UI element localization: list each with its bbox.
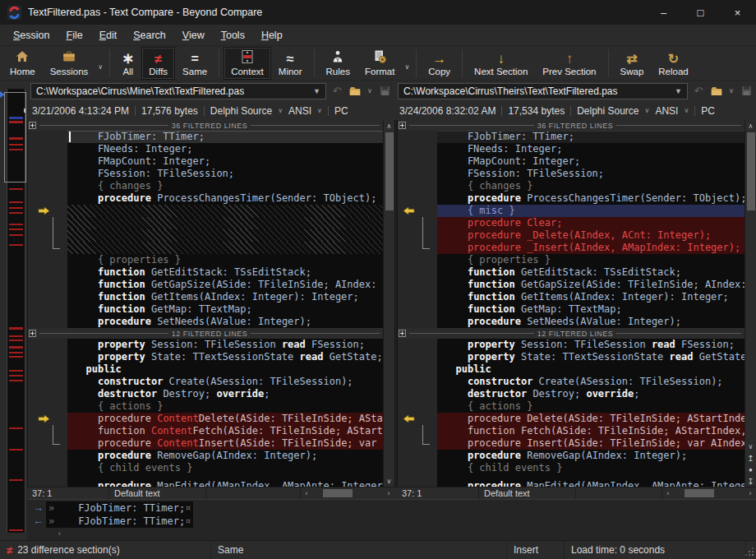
chevron-down-icon[interactable]: ▼ (670, 87, 682, 95)
same-button[interactable]: =Same (175, 47, 214, 80)
overview-map[interactable] (7, 89, 25, 533)
menu-view[interactable]: View (174, 26, 213, 44)
code-line[interactable]: procedure RemoveGap(AIndex: Integer); (398, 450, 756, 462)
code-line[interactable]: property State: TTextSessionState read G… (28, 351, 394, 363)
chevron-down-icon[interactable]: ∨ (645, 107, 650, 114)
sessions-button[interactable]: Sessions (43, 47, 96, 80)
code-line[interactable]: { changes } (28, 180, 394, 192)
scroll-left-icon[interactable]: ‹ (58, 529, 61, 538)
code-line[interactable]: procedure ProcessChangesTimer(Sender: TO… (28, 192, 394, 205)
code-line[interactable]: { misc } (398, 205, 756, 217)
code-line[interactable]: property Session: TFileSession read FSes… (398, 339, 756, 351)
scrollbar-thumb[interactable] (685, 489, 714, 497)
rules-button[interactable]: Rules (319, 47, 357, 80)
menu-help[interactable]: Help (253, 26, 291, 44)
scroll-up-icon[interactable]: ∧ (384, 120, 395, 132)
code-line[interactable]: procedure _Insert(AIndex, AMapIndex: Int… (398, 242, 756, 254)
minor-button[interactable]: ≈Minor (271, 47, 310, 80)
code-line[interactable] (28, 205, 394, 217)
chevron-down-icon[interactable]: ∨ (317, 107, 322, 114)
scrollbar-thumb[interactable] (323, 489, 353, 497)
scroll-down-icon[interactable]: ∨ (384, 475, 395, 487)
folder-open-icon[interactable] (709, 84, 724, 99)
code-line[interactable]: FSession: TFileSession; (398, 168, 756, 180)
maximize-button[interactable]: □ (682, 0, 719, 25)
code-line[interactable]: function GetGapSize(ASide: TFileInSide; … (28, 279, 394, 291)
code-line[interactable]: procedure MapEdited(AMapIndex, AMapAnte:… (398, 474, 756, 487)
code-line[interactable]: procedure RemoveGap(AIndex: Integer); (28, 450, 394, 462)
scroll-down-icon[interactable]: ∨ (745, 441, 756, 452)
prev-section-button[interactable]: ↑Prev Section (535, 47, 603, 80)
swap-button[interactable]: ⇄Swap (613, 47, 652, 80)
sessions-dropdown-chevron-icon[interactable]: ∨ (95, 63, 105, 71)
code-line[interactable]: { changes } (398, 180, 756, 192)
code-line[interactable]: function Fetch(ASide: TFileInSide; AStar… (398, 425, 756, 437)
prev-difference-icon[interactable]: ↥ (745, 452, 756, 464)
menu-search[interactable]: Search (125, 26, 174, 44)
code-line[interactable]: procedure ProcessChangesTimer(Sender: TO… (398, 192, 756, 205)
code-line[interactable]: FNeeds: Integer; (398, 143, 756, 155)
copy-button[interactable]: →Copy (421, 47, 458, 80)
diffs-button[interactable]: ≠Diffs (141, 47, 175, 80)
scroll-right-icon[interactable]: › (744, 489, 756, 497)
right-path-combobox[interactable]: C:\Workspace\Cirrus\Theirs\Text\TextFilt… (398, 83, 688, 99)
code-line[interactable]: procedure ContentDelete(ASide: TFileInSi… (28, 413, 394, 425)
code-line[interactable]: { child events } (398, 462, 756, 474)
menu-file[interactable]: File (58, 26, 90, 44)
expand-section-button[interactable] (399, 330, 406, 337)
right-vertical-scrollbar[interactable]: ∧ ∨ ↥ ● ↧ (744, 120, 756, 487)
code-line[interactable]: { properties } (398, 254, 756, 266)
scroll-left-icon[interactable]: ‹ (301, 489, 312, 497)
code-line[interactable]: destructor Destroy; override; (28, 388, 394, 400)
revert-icon[interactable]: ↶ (691, 84, 706, 99)
right-format-select[interactable]: Delphi Source (577, 105, 638, 117)
left-encoding-select[interactable]: ANSI (288, 105, 311, 117)
code-line[interactable]: { actions } (398, 400, 756, 413)
scroll-left-icon[interactable]: ‹ (662, 489, 674, 497)
reload-button[interactable]: ↻Reload (651, 47, 695, 80)
detail-line-text[interactable]: » FJobTimer: TTimer;¤ (46, 515, 193, 528)
code-line[interactable]: procedure Clear; (398, 217, 756, 229)
chevron-down-icon[interactable]: ∨ (278, 107, 283, 114)
code-line[interactable] (28, 217, 394, 229)
left-line-ending[interactable]: PC (334, 105, 348, 117)
code-line[interactable]: FJobTimer: TTimer; (28, 131, 394, 143)
folder-open-icon[interactable] (348, 84, 362, 99)
code-line[interactable]: procedure SetNeeds(AValue: Integer); (28, 316, 394, 328)
code-line[interactable]: procedure Insert(ASide: TFileInSide; var… (398, 437, 756, 450)
right-encoding-select[interactable]: ANSI (655, 105, 678, 117)
expand-section-button[interactable] (399, 122, 406, 129)
current-difference-icon[interactable]: ● (745, 464, 756, 475)
code-line[interactable] (28, 229, 394, 242)
chevron-down-icon[interactable]: ∨ (684, 107, 689, 114)
code-line[interactable]: property State: TTextSessionState read G… (398, 351, 756, 363)
chevron-down-icon[interactable]: ∨ (727, 87, 735, 95)
code-line[interactable]: property Session: TFileSession read FSes… (28, 339, 394, 351)
minimize-button[interactable]: – (645, 0, 682, 25)
menu-session[interactable]: Session (5, 26, 58, 44)
code-line[interactable]: procedure MapEdited(AMapIndex, AMapAnte:… (28, 474, 394, 487)
code-line[interactable]: FNeeds: Integer; (28, 143, 394, 155)
code-line[interactable]: { properties } (28, 254, 394, 266)
all-button[interactable]: ∗All (114, 47, 141, 80)
code-line[interactable]: destructor Destroy; override; (398, 388, 756, 400)
code-line[interactable]: { actions } (28, 400, 394, 413)
code-line[interactable]: function GetItems(AIndex: Integer): Inte… (28, 291, 394, 303)
code-line[interactable]: { child events } (28, 462, 394, 474)
code-line[interactable]: constructor Create(ASession: TFileSessio… (28, 376, 394, 388)
format-button[interactable]: Format (357, 47, 402, 80)
code-line[interactable]: function GetGapSize(ASide: TFileInSide; … (398, 279, 756, 291)
copy-section-left-icon[interactable] (403, 206, 415, 215)
code-line[interactable]: function GetMap: TTextMap; (28, 303, 394, 316)
scrollbar-thumb[interactable] (747, 132, 755, 210)
code-line[interactable]: function GetItems(AIndex: Integer): Inte… (398, 291, 756, 303)
code-line[interactable]: FMapCount: Integer; (398, 155, 756, 168)
left-path-combobox[interactable]: C:\Workspace\Cirrus\Mine\Text\TextFilter… (30, 83, 326, 99)
save-icon[interactable] (377, 84, 392, 99)
left-format-select[interactable]: Delphi Source (210, 105, 272, 117)
close-button[interactable]: × (719, 0, 756, 25)
copy-section-left-icon[interactable] (403, 414, 415, 423)
right-horizontal-scrollbar[interactable]: ‹ › (662, 487, 756, 499)
chevron-down-icon[interactable]: ∨ (366, 87, 374, 95)
code-line[interactable]: public (28, 363, 394, 376)
